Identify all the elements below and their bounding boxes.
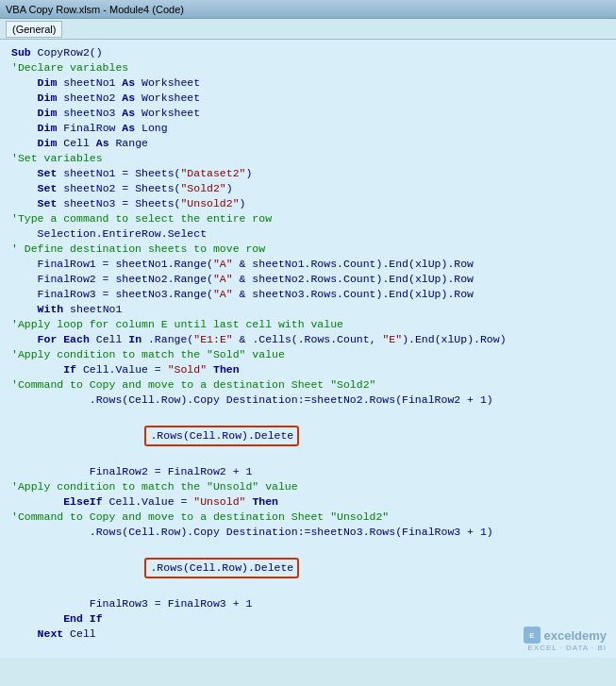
watermark-brand: exceldemy [544,628,608,643]
code-line-12: 'Type a command to select the entire row [11,211,616,226]
code-line-13: Selection.EntireRow.Select [11,226,616,242]
code-area: Sub CopyRow2() 'Declare variables Dim sh… [0,40,616,658]
code-line-22: If Cell.Value = "Sold" Then [11,362,616,377]
title-text: VBA Copy Row.xlsm - Module4 (Code) [6,4,184,15]
code-line-19: 'Apply loop for column E until last cell… [11,317,616,332]
code-line-7: Dim Cell As Range [11,136,616,151]
code-line-3: Dim sheetNo1 As Worksheet [11,75,616,91]
code-line-25-highlight: .Rows(Cell.Row).Delete [11,410,616,461]
watermark-icon: E [524,627,541,644]
svg-text:E: E [529,631,535,640]
watermark-tagline: EXCEL · DATA · BI [527,644,607,652]
code-line-5: Dim sheetNo3 As Worksheet [11,106,616,121]
watermark: E exceldemy EXCEL · DATA · BI [524,627,608,652]
code-line-8: 'Set variables [11,151,616,166]
code-line-33: End If [11,611,616,627]
code-line-26: FinalRow2 = FinalRow2 + 1 [11,464,616,479]
code-line-1: Sub CopyRow2() [11,45,616,60]
code-line-24: .Rows(Cell.Row).Copy Destination:=sheetN… [11,393,616,408]
general-label: (General) [6,21,62,38]
toolbar: (General) [0,19,616,40]
code-line-29: 'Command to Copy and move to a destinati… [11,510,616,525]
code-line-15: FinalRow1 = sheetNo1.Range("A" & sheetNo… [11,257,616,272]
code-line-31-highlight: .Rows(Cell.Row).Delete [11,543,616,594]
code-line-18: With sheetNo1 [11,302,616,317]
code-line-6: Dim FinalRow As Long [11,121,616,136]
code-line-23: 'Command to Copy and move to a destinati… [11,377,616,393]
code-line-28: ElseIf Cell.Value = "Unsold" Then [11,494,616,510]
delete-highlight-2: .Rows(Cell.Row).Delete [144,558,299,578]
code-line-10: Set sheetNo2 = Sheets("Sold2") [11,181,616,196]
code-line-16: FinalRow2 = sheetNo2.Range("A" & sheetNo… [11,272,616,287]
code-line-21: 'Apply condition to match the "Sold" val… [11,347,616,362]
code-line-30: .Rows(Cell.Row).Copy Destination:=sheetN… [11,525,616,540]
code-line-27: 'Apply condition to match the "Unsold" v… [11,479,616,494]
code-line-17: FinalRow3 = sheetNo3.Range("A" & sheetNo… [11,287,616,302]
code-line-32: FinalRow3 = FinalRow3 + 1 [11,596,616,611]
code-line-4: Dim sheetNo2 As Worksheet [11,91,616,106]
code-line-9: Set sheetNo1 = Sheets("Dataset2") [11,166,616,181]
code-line-14: ' Define destination sheets to move row [11,242,616,257]
code-line-2: 'Declare variables [11,60,616,75]
code-line-11: Set sheetNo3 = Sheets("Unsold2") [11,196,616,211]
delete-highlight-1: .Rows(Cell.Row).Delete [144,426,299,446]
title-bar: VBA Copy Row.xlsm - Module4 (Code) [0,0,616,19]
code-block: Sub CopyRow2() 'Declare variables Dim sh… [8,45,616,658]
code-line-36: End With [11,657,616,658]
code-line-20: For Each Cell In .Range("E1:E" & .Cells(… [11,332,616,347]
watermark-logo: E exceldemy [524,627,608,644]
